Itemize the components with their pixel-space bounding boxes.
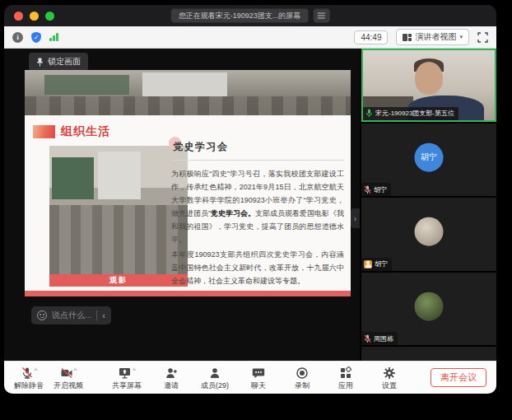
traffic-lights	[14, 12, 54, 21]
chat-button[interactable]: 聊天	[244, 366, 272, 390]
chevron-up-icon[interactable]: ^	[35, 367, 38, 374]
hamburger-icon	[318, 13, 325, 19]
pin-icon	[36, 58, 44, 67]
meeting-timer: 44:49	[354, 30, 388, 44]
chevron-up-icon[interactable]: ^	[133, 367, 136, 374]
participant-video-tile[interactable]: 宋元-190923团支部-第五位	[361, 49, 496, 122]
quick-chat-input[interactable]: 说点什么... ‹	[31, 306, 111, 324]
participant-name-tag: 周国栋	[361, 332, 398, 345]
title-menu-button[interactable]	[313, 9, 329, 23]
chevron-up-icon[interactable]: ^	[74, 367, 77, 374]
chevron-right-icon: ›	[354, 214, 356, 223]
slide-bottom-bar	[25, 291, 351, 296]
shared-content-photo	[25, 70, 351, 115]
fullscreen-icon[interactable]	[477, 32, 488, 43]
shared-screen-stage: 锁定画面 组织生活 观影 党史学习会	[4, 49, 360, 361]
invite-person-icon	[165, 366, 178, 380]
view-mode-button[interactable]: 演讲者视图 ▾	[396, 29, 469, 45]
classroom-photo	[49, 146, 188, 287]
mic-muted-icon	[21, 366, 34, 380]
share-screen-button[interactable]: ^ 共享屏幕	[112, 366, 142, 390]
avatar: 胡宁	[415, 142, 444, 171]
speaker-view-icon	[403, 34, 412, 41]
record-icon	[296, 366, 309, 380]
participant-name-tag: 胡宁	[361, 183, 391, 196]
members-icon	[208, 366, 221, 380]
sidebar-collapse-button[interactable]: ›	[351, 208, 360, 228]
slide-title: 党史学习会	[173, 141, 229, 152]
lock-view-button[interactable]: 锁定画面	[29, 53, 88, 71]
slide-body-text: 为积极响应“四史”学习号召，落实我校团支部建设工作，传承红色精神，2021年9月…	[171, 167, 344, 287]
bottom-toolbar: ^ 解除静音 ^ 开启视频	[4, 361, 496, 394]
participant-tile[interactable]: 周国栋	[361, 273, 496, 346]
network-signal-icon[interactable]	[49, 33, 58, 41]
titlebar: 您正在观看宋元-190923团支...的屏幕	[4, 5, 496, 26]
chevron-left-icon[interactable]: ‹	[102, 311, 105, 320]
zoom-window-button[interactable]	[45, 12, 54, 21]
window-title: 您正在观看宋元-190923团支...的屏幕	[171, 9, 309, 23]
minimize-window-button[interactable]	[30, 12, 39, 21]
gear-icon	[383, 366, 396, 380]
participant-tile[interactable]: 胡宁 胡宁	[361, 124, 496, 197]
participant-tile-partial[interactable]	[361, 347, 496, 361]
invite-button[interactable]: 邀请	[157, 366, 185, 390]
members-button[interactable]: 成员(29)	[201, 366, 229, 390]
record-button[interactable]: 录制	[288, 366, 316, 390]
participant-tile[interactable]: 胡宁	[361, 198, 496, 271]
participants-sidebar: 宋元-190923团支部-第五位 胡宁 胡宁	[360, 49, 496, 361]
view-mode-label: 演讲者视图	[415, 31, 456, 43]
leave-meeting-button[interactable]: 离开会议	[431, 368, 486, 387]
person-badge-icon	[364, 260, 372, 268]
close-window-button[interactable]	[14, 12, 23, 21]
section-header: 组织生活	[61, 124, 110, 139]
share-screen-icon	[118, 366, 132, 380]
camera-off-icon	[60, 366, 73, 380]
avatar	[415, 217, 444, 246]
apps-grid-icon	[339, 366, 352, 380]
lock-view-label: 锁定画面	[48, 56, 81, 68]
chat-bubble-icon	[252, 366, 265, 380]
settings-button[interactable]: 设置	[375, 366, 403, 390]
avatar	[415, 292, 444, 321]
chevron-down-icon: ▾	[459, 34, 463, 40]
mic-muted-icon	[364, 185, 371, 194]
chat-placeholder[interactable]: 说点什么...	[52, 310, 91, 321]
meeting-window: 您正在观看宋元-190923团支...的屏幕 i ✓ 44:49 演讲者视图 ▾	[4, 5, 496, 394]
participant-name-tag: 胡宁	[361, 258, 392, 271]
start-video-button[interactable]: ^ 开启视频	[54, 366, 83, 390]
emoji-icon[interactable]	[37, 310, 47, 320]
meeting-info-toolbar: i ✓ 44:49 演讲者视图 ▾	[4, 26, 496, 49]
shared-slide: 组织生活 观影 党史学习会 为积极响应“四史”学习号召，落实我校团支部建设工作，…	[25, 115, 351, 291]
participant-name-tag: 宋元-190923团支部-第五位	[363, 107, 458, 120]
security-shield-icon[interactable]: ✓	[31, 32, 41, 43]
mic-active-icon	[365, 109, 373, 118]
unmute-button[interactable]: ^ 解除静音	[14, 366, 44, 390]
meeting-info-icon[interactable]: i	[12, 32, 23, 43]
apps-button[interactable]: 应用	[332, 366, 360, 390]
photo-caption: 观影	[49, 274, 188, 287]
mic-muted-icon	[364, 334, 371, 343]
section-header-mark	[33, 125, 55, 138]
